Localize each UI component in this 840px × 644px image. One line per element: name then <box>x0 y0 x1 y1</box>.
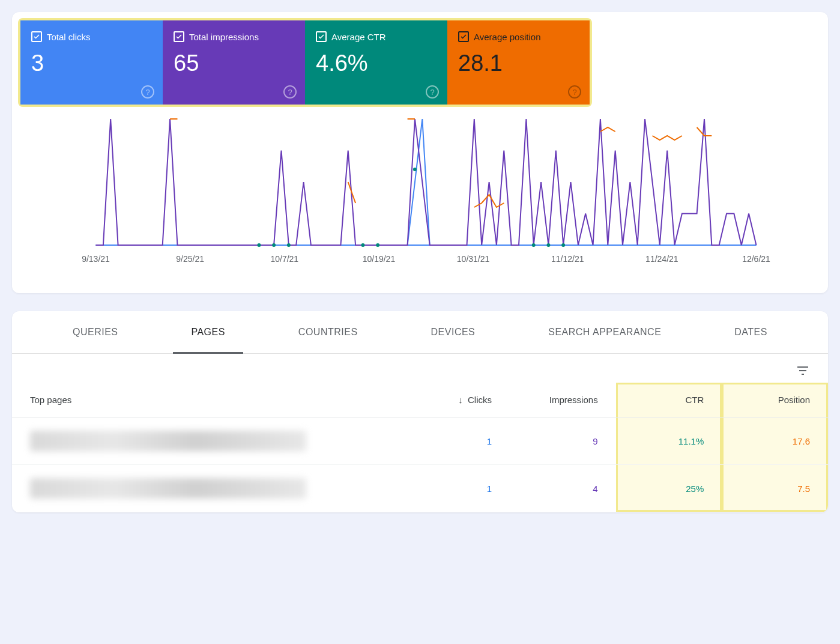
svg-point-1 <box>257 243 261 247</box>
tab-pages[interactable]: PAGES <box>185 311 231 353</box>
metric-label: Average position <box>474 32 540 42</box>
help-icon[interactable]: ? <box>283 85 297 99</box>
metric-value: 28.1 <box>458 50 579 76</box>
metrics-highlight: Total clicks 3 ? Total impressions 65 ? <box>18 18 592 107</box>
help-icon[interactable]: ? <box>426 85 439 99</box>
metric-average-position[interactable]: Average position 28.1 ? <box>447 20 590 105</box>
svg-text:11/12/21: 11/12/21 <box>551 254 584 264</box>
tab-countries[interactable]: COUNTRIES <box>292 311 364 353</box>
breakdown-card: QUERIESPAGESCOUNTRIESDEVICESSEARCH APPEA… <box>12 311 828 512</box>
table-toolbar <box>12 354 828 383</box>
svg-text:12/6/21: 12/6/21 <box>742 254 770 264</box>
metric-average-ctr[interactable]: Average CTR 4.6% ? <box>305 20 447 105</box>
redacted-url <box>30 431 306 451</box>
svg-text:10/19/21: 10/19/21 <box>363 254 396 264</box>
svg-text:11/24/21: 11/24/21 <box>645 254 678 264</box>
metrics-row: Total clicks 3 ? Total impressions 65 ? <box>20 20 590 105</box>
chart-container: 9/13/219/25/2110/7/2110/19/2110/31/2111/… <box>12 107 828 293</box>
col-header-clicks[interactable]: ↓ Clicks <box>403 383 510 418</box>
col-header-ctr[interactable]: CTR <box>616 383 722 418</box>
redacted-url <box>30 478 306 499</box>
metric-value: 65 <box>174 50 294 76</box>
svg-text:9/25/21: 9/25/21 <box>176 254 204 264</box>
cell-clicks: 1 <box>403 465 510 512</box>
svg-text:10/31/21: 10/31/21 <box>457 254 490 264</box>
metric-label: Total impressions <box>189 32 259 42</box>
svg-text:10/7/21: 10/7/21 <box>270 254 298 264</box>
cell-clicks: 1 <box>403 418 510 465</box>
cell-impressions: 4 <box>510 465 616 512</box>
metric-value: 4.6% <box>316 50 437 76</box>
metric-total-clicks[interactable]: Total clicks 3 ? <box>20 20 163 105</box>
svg-point-3 <box>287 243 291 247</box>
performance-card: Total clicks 3 ? Total impressions 65 ? <box>12 12 828 293</box>
metric-total-impressions[interactable]: Total impressions 65 ? <box>163 20 305 105</box>
svg-point-5 <box>376 243 379 247</box>
pages-table: Top pages ↓ Clicks Impressions CTR Posit… <box>12 383 828 512</box>
svg-point-4 <box>361 243 364 247</box>
cell-page <box>12 465 403 512</box>
table-row[interactable]: 1425%7.5 <box>12 465 828 512</box>
cell-position: 7.5 <box>722 465 828 512</box>
svg-point-6 <box>413 168 417 171</box>
metric-value: 3 <box>31 50 152 76</box>
checkbox-checked-icon <box>316 31 327 42</box>
svg-point-8 <box>546 243 550 247</box>
help-icon[interactable]: ? <box>568 85 581 99</box>
cell-page <box>12 418 403 465</box>
col-header-page[interactable]: Top pages <box>12 383 403 418</box>
tab-search-appearance[interactable]: SEARCH APPEARANCE <box>542 311 667 353</box>
svg-text:9/13/21: 9/13/21 <box>82 254 110 264</box>
performance-chart: 9/13/219/25/2110/7/2110/19/2110/31/2111/… <box>24 107 816 275</box>
svg-point-7 <box>532 243 536 247</box>
tab-dates[interactable]: DATES <box>728 311 773 353</box>
help-icon[interactable]: ? <box>141 85 154 99</box>
cell-impressions: 9 <box>510 418 616 465</box>
metric-label: Total clicks <box>47 32 91 42</box>
tab-devices[interactable]: DEVICES <box>425 311 482 353</box>
table-row[interactable]: 1911.1%17.6 <box>12 418 828 465</box>
breakdown-tabs: QUERIESPAGESCOUNTRIESDEVICESSEARCH APPEA… <box>12 311 828 354</box>
col-header-position[interactable]: Position <box>722 383 828 418</box>
table-header-row: Top pages ↓ Clicks Impressions CTR Posit… <box>12 383 828 418</box>
cell-ctr: 25% <box>616 465 722 512</box>
checkbox-checked-icon <box>458 31 469 42</box>
cell-position: 17.6 <box>722 418 828 465</box>
metric-label: Average CTR <box>331 32 386 42</box>
svg-point-9 <box>561 243 565 247</box>
checkbox-checked-icon <box>31 31 42 42</box>
sort-descending-icon: ↓ <box>458 395 463 405</box>
col-header-impressions[interactable]: Impressions <box>510 383 616 418</box>
svg-point-2 <box>272 243 276 247</box>
filter-icon[interactable] <box>796 363 810 378</box>
cell-ctr: 11.1% <box>616 418 722 465</box>
checkbox-checked-icon <box>174 31 184 42</box>
tab-queries[interactable]: QUERIES <box>67 311 124 353</box>
